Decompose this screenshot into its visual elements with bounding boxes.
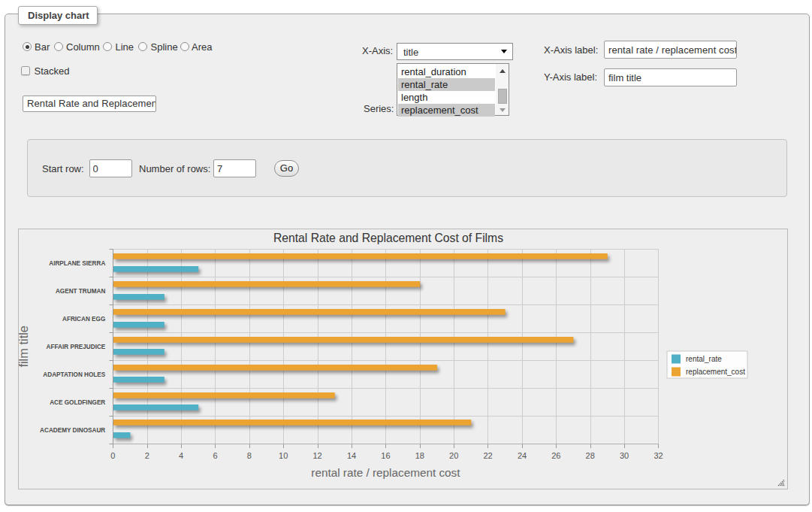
svg-text:film title: film title: [19, 326, 31, 368]
svg-text:rental rate / replacement cost: rental rate / replacement cost: [311, 466, 460, 479]
svg-text:14: 14: [347, 451, 356, 460]
svg-text:24: 24: [518, 451, 527, 460]
svg-text:32: 32: [654, 451, 663, 460]
svg-text:replacement_cost: replacement_cost: [686, 368, 745, 376]
svg-text:AFRICAN EGG: AFRICAN EGG: [62, 316, 105, 323]
svg-text:26: 26: [551, 451, 560, 460]
svg-text:ACE GOLDFINGER: ACE GOLDFINGER: [50, 399, 105, 406]
svg-text:18: 18: [415, 451, 424, 460]
svg-text:12: 12: [312, 451, 321, 460]
svg-text:AIRPLANE SIERRA: AIRPLANE SIERRA: [49, 260, 105, 267]
svg-text:ACADEMY DINOSAUR: ACADEMY DINOSAUR: [40, 427, 105, 434]
svg-text:28: 28: [586, 451, 595, 460]
svg-text:16: 16: [381, 451, 390, 460]
svg-text:rental_rate: rental_rate: [686, 355, 722, 363]
svg-text:AGENT TRUMAN: AGENT TRUMAN: [56, 288, 105, 295]
svg-text:30: 30: [620, 451, 629, 460]
svg-text:ADAPTATION HOLES: ADAPTATION HOLES: [43, 371, 105, 378]
svg-text:8: 8: [247, 451, 252, 460]
svg-text:2: 2: [145, 451, 149, 460]
svg-text:4: 4: [179, 451, 183, 460]
svg-text:Rental Rate and Replacement Co: Rental Rate and Replacement Cost of Film…: [273, 232, 503, 244]
svg-text:20: 20: [449, 451, 458, 460]
svg-text:0: 0: [110, 451, 115, 460]
svg-text:6: 6: [213, 451, 217, 460]
svg-text:10: 10: [279, 451, 288, 460]
svg-text:22: 22: [483, 451, 492, 460]
svg-text:AFFAIR PREJUDICE: AFFAIR PREJUDICE: [47, 344, 106, 350]
